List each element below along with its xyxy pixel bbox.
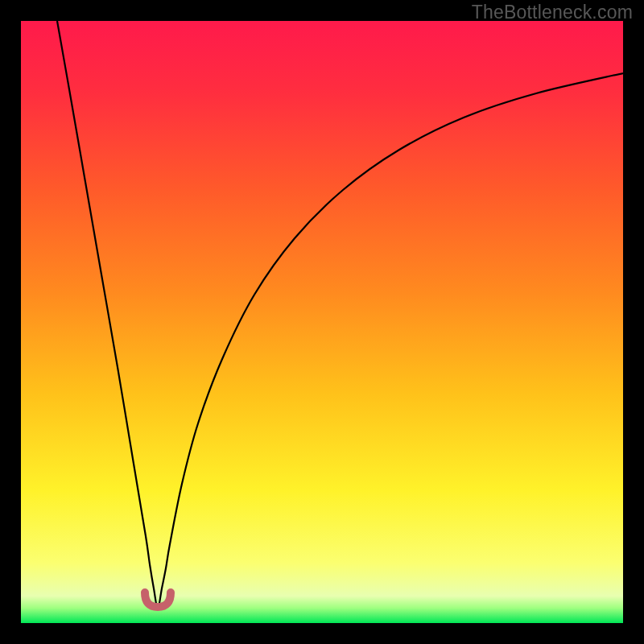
bottleneck-chart xyxy=(21,21,623,623)
chart-plot-area xyxy=(21,21,623,623)
watermark-text: TheBottleneck.com xyxy=(472,2,633,23)
gradient-background xyxy=(21,21,623,623)
